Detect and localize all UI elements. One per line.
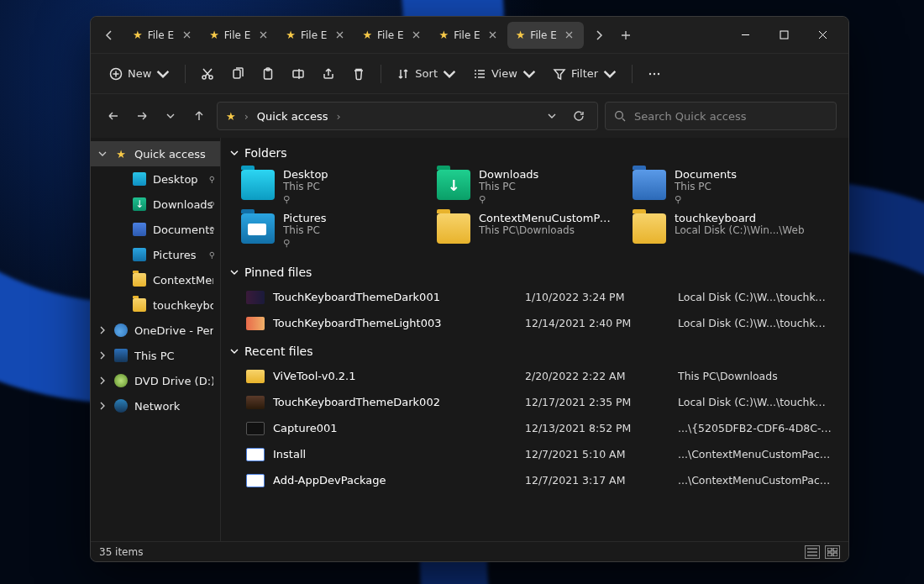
address-dropdown[interactable] [542, 106, 562, 126]
tab-label: File E [148, 29, 174, 41]
tab-scroll-left[interactable] [97, 24, 121, 47]
back-button[interactable] [102, 105, 124, 127]
sidebar-item[interactable]: Documents ⚲ [91, 217, 220, 242]
expand-icon[interactable] [97, 351, 108, 360]
details-view-button[interactable] [805, 545, 820, 559]
new-tab-button[interactable] [614, 24, 638, 47]
filter-button[interactable]: Filter [546, 61, 623, 87]
folder-tile[interactable]: Desktop This PC ⚲ [241, 168, 430, 205]
tab[interactable]: ★ File E [431, 22, 507, 49]
file-name: Install [273, 448, 306, 460]
svg-point-14 [616, 112, 623, 119]
sidebar-item[interactable]: touchkeyboard [91, 292, 220, 318]
tab[interactable]: ★ File E [201, 22, 277, 49]
tab[interactable]: ★ File E [507, 22, 584, 49]
history-dropdown[interactable] [160, 105, 181, 127]
file-row[interactable]: TouchKeyboardThemeLight003 12/14/2021 2:… [224, 310, 842, 336]
group-label: Recent files [244, 345, 312, 358]
tab-close-button[interactable] [257, 29, 269, 41]
sidebar-item[interactable]: DVD Drive (D:) CCCO [91, 368, 220, 393]
group-pinned[interactable]: Pinned files [224, 260, 842, 284]
sidebar-item[interactable]: Pictures ⚲ [91, 242, 220, 267]
breadcrumb-root[interactable]: Quick access [257, 110, 328, 123]
close-button[interactable] [803, 22, 842, 49]
tab-close-button[interactable] [333, 29, 345, 41]
file-path: Local Disk (C:)\W...\touchkeyboard [678, 291, 842, 303]
tab-close-button[interactable] [181, 29, 192, 41]
folder-tile[interactable]: touchkeyboard Local Disk (C:)\Win...\Web [633, 212, 822, 249]
cut-button[interactable] [194, 61, 221, 87]
sidebar-item[interactable]: ContextMenuCust [91, 267, 220, 292]
forward-button[interactable] [131, 105, 153, 127]
group-folders[interactable]: Folders [224, 141, 842, 165]
file-thumbnail [246, 291, 265, 304]
maximize-button[interactable] [764, 22, 803, 49]
cut-icon [201, 67, 214, 81]
view-icon [473, 67, 486, 81]
folder-location: This PC [675, 181, 737, 192]
group-recent[interactable]: Recent files [224, 339, 842, 363]
filter-label: Filter [571, 67, 598, 80]
expand-icon[interactable] [97, 402, 108, 410]
tab[interactable]: ★ File E [277, 22, 354, 49]
filter-icon [553, 67, 566, 81]
folder-tile[interactable]: Documents This PC ⚲ [633, 168, 822, 205]
search-input[interactable] [634, 110, 827, 123]
folder-tile[interactable]: Pictures This PC ⚲ [241, 212, 430, 249]
paste-button[interactable] [255, 61, 281, 87]
thumbnails-view-button[interactable] [825, 545, 840, 559]
tab-scroll-right[interactable] [587, 24, 611, 47]
chevron-down-icon [229, 148, 239, 158]
sidebar-item[interactable]: ↓ Downloads ⚲ [91, 192, 220, 217]
pinned-files-list: TouchKeyboardThemeDark001 1/10/2022 3:24… [224, 284, 842, 336]
content-pane[interactable]: Folders Desktop This PC ⚲ Downloads This… [221, 138, 848, 541]
sidebar-item[interactable]: ★ Quick access [91, 141, 220, 166]
tab-label: File E [377, 29, 403, 41]
file-row[interactable]: TouchKeyboardThemeDark001 1/10/2022 3:24… [224, 284, 842, 310]
expand-icon[interactable] [97, 150, 108, 158]
expand-icon[interactable] [97, 376, 108, 385]
file-row[interactable]: ViVeTool-v0.2.1 2/20/2022 2:22 AM This P… [224, 363, 842, 389]
sidebar-item[interactable]: Network [91, 393, 220, 418]
new-button[interactable]: New [102, 61, 176, 87]
star-icon: ★ [226, 110, 236, 123]
delete-button[interactable] [345, 61, 372, 87]
file-row[interactable]: Install 12/7/2021 5:10 AM ...\ContextMen… [224, 441, 842, 467]
share-button[interactable] [315, 61, 342, 87]
tab-close-button[interactable] [564, 29, 575, 41]
tab[interactable]: ★ File E [124, 22, 201, 49]
copy-button[interactable] [224, 61, 251, 87]
file-row[interactable]: TouchKeyboardThemeDark002 12/17/2021 2:3… [224, 389, 842, 415]
file-path: ...\{5205DFB2-CDF6-4D8C-A0B1-3... [678, 422, 842, 434]
search-box[interactable] [605, 102, 837, 130]
more-button[interactable] [641, 61, 668, 87]
sidebar-label: DVD Drive (D:) CCCO [134, 375, 213, 387]
folder-tile[interactable]: Downloads This PC ⚲ [437, 168, 626, 205]
address-bar[interactable]: ★ › Quick access › [217, 102, 598, 130]
sidebar-item[interactable]: OneDrive - Personal [91, 318, 220, 343]
sidebar-item[interactable]: Desktop ⚲ [91, 166, 220, 192]
refresh-button[interactable] [569, 106, 589, 126]
tab-close-button[interactable] [411, 29, 423, 41]
tab-close-button[interactable] [487, 29, 499, 41]
nav-row: ★ › Quick access › [91, 94, 848, 138]
svg-point-13 [658, 72, 659, 74]
tab[interactable]: ★ File E [354, 22, 430, 49]
file-thumbnail [246, 396, 265, 409]
folder-tile[interactable]: ContextMenuCustomPac... This PC\Download… [437, 212, 626, 249]
sort-button[interactable]: Sort [390, 61, 463, 87]
file-row[interactable]: Capture001 12/13/2021 8:52 PM ...\{5205D… [224, 415, 842, 441]
expand-icon[interactable] [97, 326, 108, 334]
file-row[interactable]: Add-AppDevPackage 12/7/2021 3:17 AM ...\… [224, 467, 842, 493]
folder-icon [241, 213, 275, 244]
sidebar-item[interactable]: This PC [91, 343, 220, 368]
rename-button[interactable] [285, 61, 312, 87]
file-thumbnail [246, 474, 265, 487]
sidebar-label: ContextMenuCust [153, 274, 213, 287]
up-button[interactable] [188, 105, 210, 127]
view-button[interactable]: View [466, 61, 543, 87]
pin-icon: ⚲ [209, 250, 215, 260]
titlebar: ★ File E ★ File E ★ File E ★ File E ★ Fi… [91, 17, 848, 54]
minimize-button[interactable] [726, 22, 764, 49]
chevron-right-icon: › [335, 110, 343, 123]
